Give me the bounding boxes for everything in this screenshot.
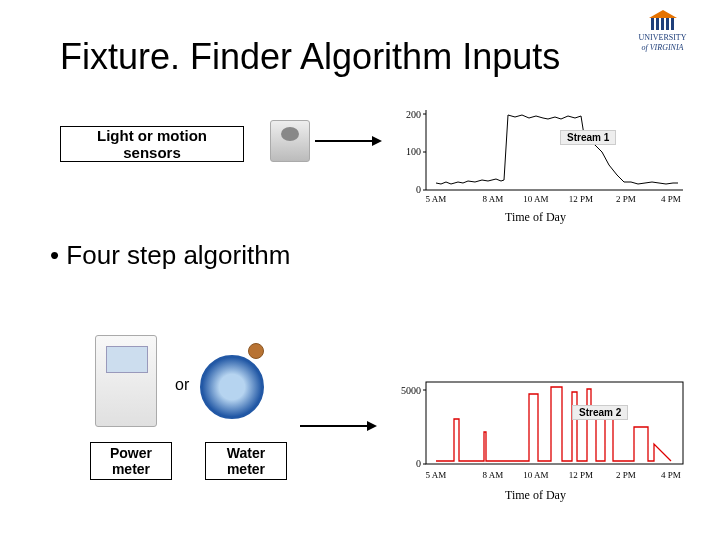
light-motion-sensors-box: Light or motion sensors (60, 126, 244, 162)
svg-text:4 PM: 4 PM (661, 470, 681, 480)
or-text: or (175, 376, 189, 394)
stream2-chart: 0 5000 5 AM 8 AM 10 AM 12 PM 2 PM 4 PM (388, 372, 688, 487)
motion-sensor-icon (270, 120, 310, 162)
svg-text:10 AM: 10 AM (523, 194, 548, 204)
svg-text:5 AM: 5 AM (426, 470, 447, 480)
svg-text:2 PM: 2 PM (616, 194, 636, 204)
svg-text:4 PM: 4 PM (661, 194, 681, 204)
bullet-four-step: • Four step algorithm (50, 240, 290, 271)
stream1-badge: Stream 1 (560, 130, 616, 145)
svg-text:12 PM: 12 PM (569, 194, 593, 204)
power-meter-icon (95, 335, 157, 427)
arrow-icon (315, 140, 380, 142)
chart2-xlabel: Time of Day (505, 488, 566, 503)
arrow-icon (300, 425, 375, 427)
chart1-xlabel: Time of Day (505, 210, 566, 225)
logo-line1: UNIVERSITY (625, 34, 700, 42)
svg-text:0: 0 (416, 184, 421, 195)
svg-text:5000: 5000 (401, 385, 421, 396)
svg-text:8 AM: 8 AM (483, 470, 504, 480)
svg-text:200: 200 (406, 109, 421, 120)
stream2-badge: Stream 2 (572, 405, 628, 420)
power-meter-label: Power meter (90, 442, 172, 480)
svg-text:2 PM: 2 PM (616, 470, 636, 480)
svg-text:100: 100 (406, 146, 421, 157)
page-title: Fixture. Finder Algorithm Inputs (60, 36, 560, 78)
svg-text:0: 0 (416, 458, 421, 469)
svg-rect-14 (426, 382, 683, 464)
water-meter-label: Water meter (205, 442, 287, 480)
water-meter-icon (200, 355, 264, 419)
svg-text:12 PM: 12 PM (569, 470, 593, 480)
svg-text:5 AM: 5 AM (426, 194, 447, 204)
svg-text:8 AM: 8 AM (483, 194, 504, 204)
logo-line2: of VIRGINIA (625, 44, 700, 52)
uva-logo: UNIVERSITY of VIRGINIA (625, 10, 700, 55)
svg-text:10 AM: 10 AM (523, 470, 548, 480)
stream1-chart: 0 100 200 5 AM 8 AM 10 AM 12 PM 2 PM 4 P… (388, 100, 688, 210)
